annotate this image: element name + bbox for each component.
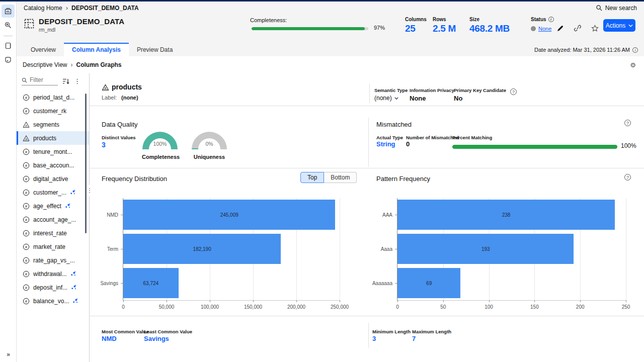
actual-type-value: String (376, 140, 395, 148)
axis-tick (253, 300, 254, 302)
filter-input[interactable] (30, 76, 56, 83)
tab-bar: Overview Column Analysis Preview Data Da… (17, 43, 644, 56)
sidebar-item-interest_rate[interactable]: #interest_rate (17, 226, 89, 240)
overflow-menu-icon[interactable]: ⋮ (74, 77, 80, 85)
svg-text:#: # (25, 150, 27, 153)
view-breadcrumb-parent[interactable]: Descriptive View (23, 61, 67, 68)
catalog-icon[interactable] (2, 5, 15, 18)
sidebar-item-withdrawal[interactable]: #withdrawal... (17, 267, 89, 281)
axis-tick (395, 283, 397, 284)
column-item-label: deposit_inf... (33, 284, 67, 291)
tab-overview[interactable]: Overview (23, 43, 64, 56)
axis-tick (626, 300, 626, 302)
rail-divider (4, 36, 13, 36)
gauge-completeness: 100%Completeness (142, 132, 178, 160)
gauge-label: Uniqueness (191, 154, 227, 160)
sidebar-item-market_rate[interactable]: #market_rate (17, 240, 89, 253)
sidebar-item-digital_active[interactable]: #digital_active (17, 172, 89, 186)
axis-tick (210, 300, 210, 302)
svg-text:#: # (25, 258, 27, 262)
sidebar-item-products[interactable]: Aproducts (17, 131, 89, 145)
discovery-icon[interactable] (2, 19, 15, 32)
chevron-down-icon (628, 24, 633, 27)
data-asset-icon (24, 18, 35, 33)
settings-gear-icon[interactable]: ⚙ (630, 61, 636, 69)
svg-text:#: # (25, 286, 27, 289)
actual-type-label: Actual Type (376, 135, 403, 140)
svg-text:#: # (25, 109, 27, 113)
semantic-type-dropdown[interactable]: (none) (374, 95, 408, 102)
column-item-label: digital_active (33, 175, 68, 183)
top-nav-bar: Catalog Home › DEPOSIT_DEMO_DATA New sea… (17, 2, 644, 14)
sidebar-item-customer_[interactable]: #customer_... (17, 186, 89, 199)
tab-preview-data[interactable]: Preview Data (129, 43, 181, 56)
completeness-percent: 97% (374, 25, 385, 31)
sidebar-item-customer_rk[interactable]: #customer_rk (17, 104, 89, 118)
svg-text:#: # (25, 299, 27, 303)
percent-matching-value: 100% (621, 142, 636, 149)
link-icon[interactable] (572, 22, 584, 34)
status-info-icon[interactable]: i (548, 17, 554, 22)
search-icon (22, 77, 27, 83)
category-label: Aaaa (381, 246, 392, 252)
string-type-icon: A (23, 135, 30, 142)
maximum-length-label: Maximum Length (412, 329, 451, 334)
column-item-label: withdrawal... (33, 270, 67, 278)
toggle-bottom-button[interactable]: Bottom (324, 172, 357, 183)
top-bottom-toggle: Top Bottom (300, 172, 357, 183)
sidebar-item-rate_gap_vs_[interactable]: #rate_gap_vs_... (17, 253, 89, 267)
breadcrumb-catalog-home[interactable]: Catalog Home (24, 5, 62, 12)
sidebar-item-segments[interactable]: Asegments (17, 118, 89, 131)
column-item-label: account_age_... (33, 216, 76, 223)
axis-tick (121, 215, 123, 215)
information-privacy-block: Information Privacy None (410, 87, 454, 102)
sidebar-item-base_accoun[interactable]: #base_accoun... (17, 158, 89, 172)
assets-icon[interactable] (2, 39, 15, 52)
toggle-top-button[interactable]: Top (300, 172, 324, 183)
status-label: Status (531, 17, 546, 22)
sidebar-item-balance_vo[interactable]: #balance_vo... (17, 294, 89, 308)
tab-column-analysis[interactable]: Column Analysis (64, 43, 129, 56)
gridline (626, 198, 626, 300)
help-icon[interactable]: ? (624, 174, 631, 180)
sidebar-scrollbar[interactable] (85, 94, 87, 233)
status-value-link[interactable]: None (538, 26, 551, 32)
axis-tick (296, 300, 297, 302)
date-info-icon[interactable]: i (632, 47, 638, 53)
status-block: Status i None (531, 17, 554, 32)
sidebar-item-account_age_[interactable]: #account_age_... (17, 213, 89, 226)
breadcrumb-chevron-icon: › (70, 61, 72, 68)
gauge-label: Completeness (142, 154, 178, 160)
divider (368, 118, 369, 167)
panel-resize-handle[interactable] (88, 185, 91, 196)
expand-rail-icon[interactable]: » (0, 351, 17, 358)
breadcrumb-current: DEPOSIT_DEMO_DATA (71, 5, 139, 12)
ml-inferred-icon (70, 190, 75, 195)
help-icon[interactable]: ? (510, 88, 517, 95)
governance-icon[interactable] (2, 53, 15, 66)
most-common-value-label: Most Common Value (102, 329, 148, 334)
stat-columns: Columns 25 (405, 17, 427, 34)
search-icon (596, 5, 602, 11)
content-area: Descriptive View › Column Graphs ⚙ ⋮ (17, 56, 644, 362)
filter-input-wrap (22, 76, 58, 85)
help-icon[interactable]: ? (624, 120, 631, 126)
sort-icon[interactable] (62, 78, 69, 84)
sidebar-item-tenure_mont[interactable]: #tenure_mont... (17, 145, 89, 158)
gridline (340, 198, 340, 300)
sidebar-item-age_effect[interactable]: #age_effect (17, 199, 89, 213)
category-label: Savings (100, 281, 118, 286)
number-type-icon: # (23, 298, 30, 305)
favorite-star-icon[interactable] (589, 22, 601, 34)
actions-button[interactable]: Actions (603, 19, 635, 32)
category-label: Term (107, 246, 118, 252)
sidebar-item-deposit_inf[interactable]: #deposit_inf... (17, 281, 89, 294)
new-search-button[interactable]: New search (596, 5, 637, 12)
pattern-frequency-chart: 050100150200250238AAA193Aaaa69Aaaaaaa (397, 198, 626, 301)
edit-icon[interactable] (554, 22, 566, 34)
data-quality-title: Data Quality (102, 121, 138, 128)
number-type-icon: # (23, 94, 30, 101)
divider (90, 106, 644, 106)
sidebar-item-period_last_d[interactable]: #period_last_d... (17, 90, 89, 104)
axis-tick-label: 0 (122, 304, 125, 310)
